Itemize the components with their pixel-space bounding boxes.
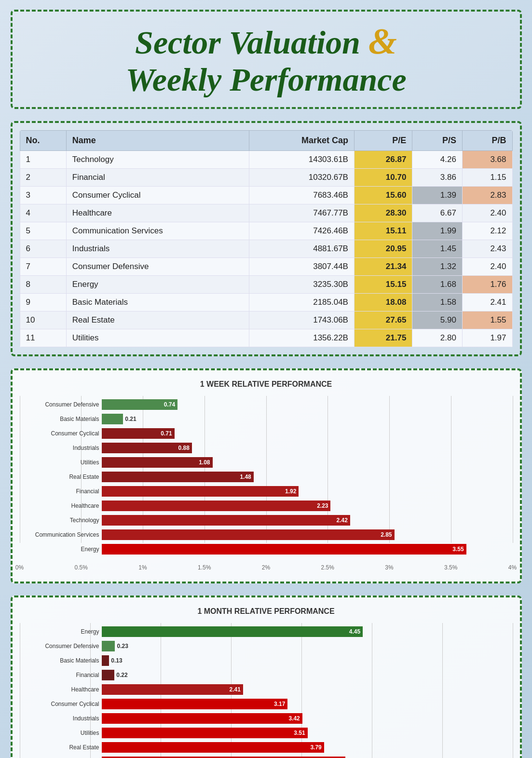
cell-marketcap: 4881.67B [249,240,355,258]
bar: 2.23 [102,501,331,511]
bar-value: 0.22 [116,672,127,678]
bar-track: 3.55 [102,543,513,555]
cell-name: Utilities [66,329,249,347]
bar-row: Healthcare2.23 [102,500,513,512]
bar-label: Real Estate [20,744,99,751]
bar-row: Utilities1.08 [102,456,513,469]
grid-line [513,396,513,543]
bar: 3.17 [102,699,288,709]
cell-marketcap: 2185.04B [249,294,355,311]
bar-label: Financial [20,488,99,495]
bar-track: 1.48 [102,471,513,483]
cell-no: 9 [20,294,66,311]
cell-pb: 2.43 [462,240,512,258]
bar-track: 2.85 [102,528,513,541]
cell-ps: 1.58 [412,294,463,311]
cell-marketcap: 7426.46B [249,222,355,240]
cell-no: 1 [20,151,66,169]
cell-pe: 28.30 [354,204,412,222]
bar-label: Consumer Defensive [20,643,99,650]
cell-name: Consumer Defensive [66,258,249,276]
bar-label: Real Estate [20,474,99,480]
bar [102,670,115,680]
bar-label: Basic Materials [20,657,99,664]
bar-track: 2.41 [102,683,513,696]
bar-track: 3.79 [102,741,513,754]
table-row: 10 Real Estate 1743.06B 27.65 5.90 1.55 [20,311,512,329]
cell-pe: 21.75 [354,329,412,347]
cell-no: 8 [20,276,66,294]
cell-no: 2 [20,169,66,187]
page-title: Sector Valuation & Weekly Performance [27,21,505,97]
bar-label: Consumer Defensive [20,401,99,408]
bar-label: Healthcare [20,502,99,509]
cell-marketcap: 1356.22B [249,329,355,347]
bar-row: Basic Materials0.13 [102,654,513,667]
cell-ps: 1.99 [412,222,463,240]
bar-row: Industrials3.42 [102,712,513,725]
cell-marketcap: 3235.30B [249,276,355,294]
main-container: Sector Valuation & Weekly Performance No… [11,10,522,758]
cell-ps: 1.68 [412,276,463,294]
month-chart-box: 1 MONTH RELATIVE PERFORMANCE 0%1%2%3%4%5… [11,596,522,758]
cell-ps: 5.90 [412,311,463,329]
cell-name: Technology [66,151,249,169]
bar-row: Consumer Defensive0.23 [102,640,513,652]
bar-track: 4.15 [102,756,513,758]
bar-row: Consumer Cyclical0.71 [102,427,513,440]
table-row: 9 Basic Materials 2185.04B 18.08 1.58 2.… [20,294,512,311]
cell-pb: 1.97 [462,329,512,347]
bar-track: 2.23 [102,500,513,512]
cell-pe: 15.60 [354,187,412,204]
cell-pb: 1.55 [462,311,512,329]
grid-label: 3% [385,564,393,571]
cell-no: 7 [20,258,66,276]
col-pe: P/E [354,131,412,151]
month-chart-area: 0%1%2%3%4%5%6%7%Energy4.45Consumer Defen… [20,623,513,758]
bar-track: 2.42 [102,514,513,527]
table-row: 5 Communication Services 7426.46B 15.11 … [20,222,512,240]
bar: 0.71 [102,428,175,439]
grid-label: 1.5% [198,564,211,571]
table-row: 11 Utilities 1356.22B 21.75 2.80 1.97 [20,329,512,347]
cell-ps: 4.26 [412,151,463,169]
cell-no: 3 [20,187,66,204]
col-ps: P/S [412,131,463,151]
bar-label: Healthcare [20,686,99,693]
bar-row: Technology4.15 [102,756,513,758]
cell-no: 5 [20,222,66,240]
bar [102,655,109,666]
table-section: No. Name Market Cap P/E P/S P/B 1 Techno… [11,121,522,356]
cell-pe: 15.15 [354,276,412,294]
bar: 3.55 [102,544,466,555]
bar-label: Utilities [20,730,99,736]
cell-ps: 1.45 [412,240,463,258]
cell-name: Industrials [66,240,249,258]
bar-row: Financial0.22 [102,669,513,681]
bar-row: Consumer Cyclical3.17 [102,698,513,710]
col-pb: P/B [462,131,512,151]
bar: 1.48 [102,472,254,482]
bar: 1.08 [102,457,213,468]
bar-label: Basic Materials [20,416,99,422]
cell-pb: 2.40 [462,258,512,276]
cell-ps: 2.80 [412,329,463,347]
bar-label: Utilities [20,459,99,466]
bar: 4.45 [102,626,363,637]
bar-label: Communication Services [20,531,99,538]
bar-track: 1.08 [102,456,513,469]
table-row: 4 Healthcare 7467.77B 28.30 6.67 2.40 [20,204,512,222]
bar: 2.41 [102,684,243,695]
cell-name: Communication Services [66,222,249,240]
bar-row: Real Estate1.48 [102,471,513,483]
bar-track: 3.51 [102,727,513,739]
cell-name: Consumer Cyclical [66,187,249,204]
grid-label: 1% [138,564,147,571]
col-no: No. [20,131,66,151]
bar-track: 0.71 [102,427,513,440]
bar-row: Basic Materials0.21 [102,413,513,425]
cell-no: 11 [20,329,66,347]
cell-pe: 27.65 [354,311,412,329]
cell-pe: 20.95 [354,240,412,258]
cell-name: Financial [66,169,249,187]
